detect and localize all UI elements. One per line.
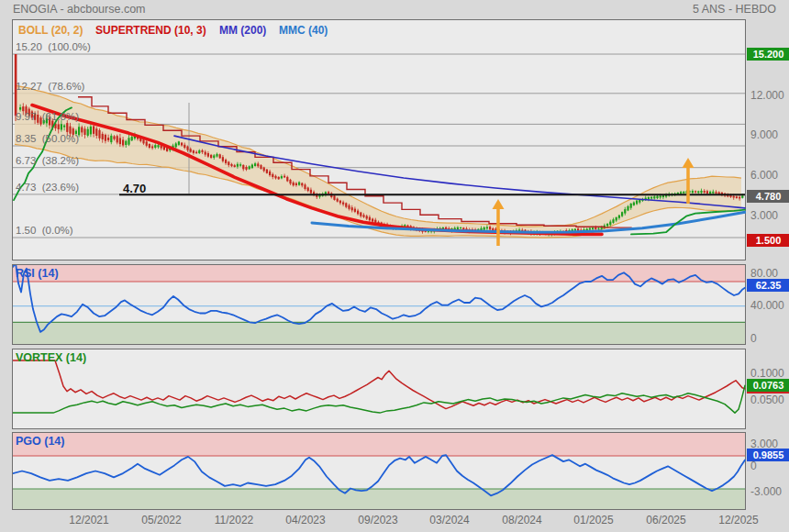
price-badge: 0.0763 [747,379,789,393]
candle-body [310,190,312,194]
candle-body [295,183,297,185]
candle-body [683,192,684,194]
chart-screen: ENOGIA - abcbourse.com 5 ANS - HEBDO BOL… [0,0,789,532]
candle-body [597,228,599,229]
candle-body [266,170,268,173]
candle-body [213,155,215,158]
candle-body [66,123,68,132]
candle-body [105,135,106,141]
rsi-oversold-zone [13,322,745,344]
candle-body [58,125,60,130]
candle-body [460,227,461,228]
candle-body [119,138,121,144]
candle-body [648,197,650,199]
date-label: 03/2024 [424,514,475,526]
candle-body [609,222,611,226]
rsi-canvas[interactable] [13,265,746,344]
candle-body [712,192,714,194]
candle-body [210,155,212,158]
candle-body [339,201,341,204]
axis-tick-label: 0.0500 [750,393,784,406]
axis-tick-label: 80.00 [750,267,778,280]
date-label: 08/2024 [496,514,548,526]
candle-body [193,150,194,153]
candle-body [157,145,159,147]
candle-body [360,213,361,216]
candle-body [102,134,104,139]
candle-body [260,165,261,169]
axis-tick-label: 40.000 [750,299,784,312]
page-title: ENOGIA - abcbourse.com [13,3,146,16]
fib-label: 1.50 (0.0%) [16,225,73,236]
candle-body [653,196,655,198]
candle-body [345,203,347,206]
candle-body [201,150,203,152]
candle-body [281,176,283,178]
pgo-canvas[interactable] [13,433,746,509]
candle-body [616,217,617,221]
candle-body [348,205,350,209]
date-label: 06/2025 [640,514,692,526]
candle-body [706,191,708,194]
candle-body [222,157,224,161]
candle-body [733,196,735,198]
candle-body [328,192,329,194]
candle-body [736,196,738,198]
rsi-label: RSI (14) [16,267,59,280]
candle-body [61,124,62,129]
fib-label: 15.20 (100.0%) [16,41,91,52]
axis-tick-label: 3.000 [750,209,778,222]
candle-body [154,145,156,148]
candle-body [249,166,250,169]
candle-body [630,204,632,208]
candle-body [741,195,743,198]
candle-body [636,201,638,205]
candle-body [692,191,694,193]
candle-body [195,152,197,153]
candle-body [81,127,83,133]
axis-tick-label: 0 [750,460,757,472]
candle-body [98,130,100,139]
fib-label: 6.73 (38.2%) [16,155,79,166]
candle-body [125,141,127,145]
fib-label: 4.73 (23.6%) [16,182,79,193]
candle-body [595,227,596,229]
candle-body [207,153,209,157]
candle-body [483,227,485,230]
candle-body [621,212,623,216]
candle-body [697,192,699,194]
candle-body [237,164,239,167]
date-label: 01/2025 [568,514,619,526]
candle-body [624,209,626,214]
rsi-overbought-zone [13,265,745,282]
legend-item-mm200[interactable]: MM (200) [219,24,266,37]
price-badge: 62.35 [747,279,789,292]
candle-body [198,150,200,153]
timeframe-label: 5 ANS - HEBDO [693,3,776,16]
candle-body [251,165,253,169]
axis-tick-label: 6.000 [750,169,778,182]
candle-body [592,227,594,229]
legend-item-mmc40[interactable]: MMC (40) [279,24,328,37]
candle-body [489,227,491,229]
price-chart-canvas[interactable] [13,20,746,260]
candle-body [205,152,206,155]
candle-body [128,138,129,144]
legend-item-boll[interactable]: BOLL (20, 2) [18,24,83,37]
vortex-canvas[interactable] [13,349,746,428]
alert-line-value: 4.70 [123,182,146,195]
candle-body [122,139,124,145]
candle-body [230,164,232,166]
candle-body [87,129,89,136]
legend-item-supertrend[interactable]: SUPERTREND (10, 3) [95,24,206,37]
candle-body [90,127,92,135]
candle-body [704,191,706,193]
candle-body [257,163,259,166]
price-badge: 4.780 [747,190,789,203]
candle-body [739,197,740,199]
vortex-label: VORTEX (14) [16,351,86,364]
candle-body [83,128,85,135]
candle-body [95,128,97,136]
candle-body [618,216,620,218]
candle-body [131,137,133,140]
